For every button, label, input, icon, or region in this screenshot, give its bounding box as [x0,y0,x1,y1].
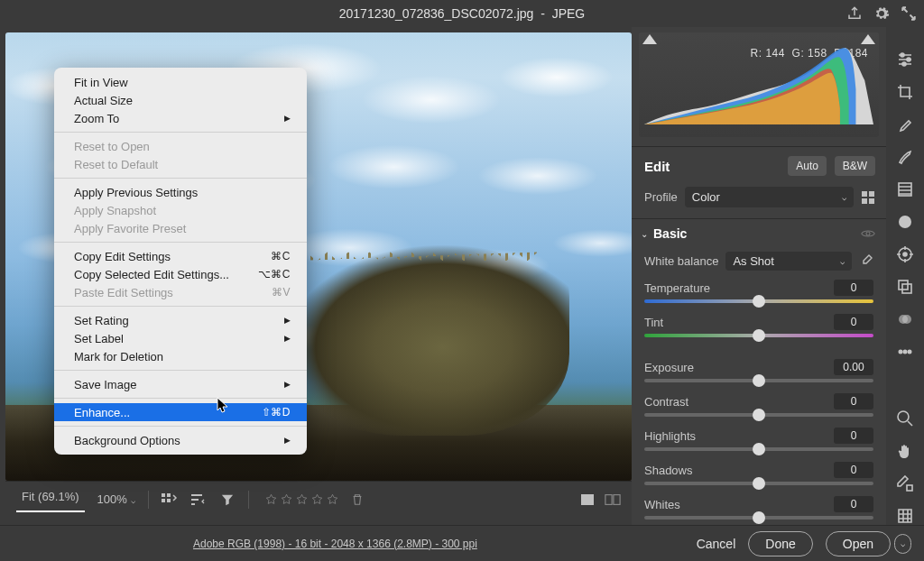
shadow-clip-icon[interactable] [642,34,657,44]
svg-rect-9 [862,198,867,204]
footer: Adobe RGB (1998) - 16 bit - 2048 x 1366 … [0,525,924,561]
auto-button[interactable]: Auto [788,156,827,176]
cm-set-rating[interactable]: Set Rating [54,311,307,329]
svg-point-13 [907,58,910,61]
fullscreen-icon[interactable] [901,5,917,22]
cm-apply-previous[interactable]: Apply Previous Settings [54,183,307,201]
layers-icon[interactable] [896,278,914,296]
cm-enhance[interactable]: Enhance...⇧⌘D [54,403,307,421]
eyedropper-icon[interactable] [859,254,873,269]
visibility-icon[interactable] [861,228,875,239]
cm-reset-open: Reset to Open [54,137,307,155]
edit-title: Edit [644,159,670,174]
cm-paste-edit: Paste Edit Settings⌘V [54,283,307,301]
profile-label: Profile [644,190,678,204]
svg-point-24 [903,350,906,353]
whites-slider[interactable]: Whites0 [644,496,873,520]
brush-icon[interactable] [896,148,914,166]
cm-zoom-to[interactable]: Zoom To [54,109,307,127]
svg-rect-27 [907,485,912,491]
svg-rect-7 [862,191,867,197]
radial-icon[interactable] [896,213,914,231]
histogram[interactable]: R: 144 G: 158 B: 184 [639,32,879,137]
compare-view-icon[interactable] [605,493,621,506]
zoom-value[interactable]: 100%⌵ [97,492,135,506]
title-bar: 20171230_072836_DSC02072.jpg - JPEG [0,0,924,27]
cm-background-options[interactable]: Background Options [54,431,307,449]
target-icon[interactable] [896,245,914,263]
gear-icon[interactable] [873,5,890,22]
edit-panel: R: 144 G: 158 B: 184 Edit Auto B&W Profi… [632,27,886,525]
context-menu: Fit in View Actual Size Zoom To Reset to… [54,68,307,455]
open-menu-icon[interactable]: ⌵ [894,534,911,554]
basic-section-title[interactable]: Basic [653,226,855,241]
filter-icon[interactable] [219,493,236,506]
svg-point-14 [902,62,906,66]
highlights-slider[interactable]: Highlights0 [644,428,873,451]
white-balance-label: White balance [644,254,718,268]
svg-point-18 [903,253,907,256]
cm-copy-edit[interactable]: Copy Edit Settings⌘C [54,247,307,265]
svg-point-23 [899,350,901,353]
bw-button[interactable]: B&W [835,156,875,176]
more-icon[interactable] [896,343,914,361]
cm-copy-selected-edit[interactable]: Copy Selected Edit Settings...⌥⌘C [54,265,307,283]
svg-point-11 [866,232,870,235]
cm-mark-deletion[interactable]: Mark for Deletion [54,347,307,365]
profile-browser-icon[interactable] [861,190,875,205]
done-button[interactable]: Done [748,531,812,556]
gradient-icon[interactable] [896,180,914,198]
cancel-button[interactable]: Cancel [697,537,736,551]
svg-rect-5 [605,494,612,504]
svg-rect-10 [869,198,874,204]
cm-fit-in-view[interactable]: Fit in View [54,73,307,91]
open-button[interactable]: Open [826,531,891,556]
crop-icon[interactable] [896,83,914,101]
heal-icon[interactable] [896,115,914,133]
sliders-icon[interactable] [896,51,914,69]
window-title: 20171230_072836_DSC02072.jpg - JPEG [339,6,585,21]
profile-select[interactable]: Color⌵ [685,187,854,207]
contrast-slider[interactable]: Contrast0 [644,393,873,417]
svg-rect-20 [902,284,911,293]
shadows-slider[interactable]: Shadows0 [644,462,873,485]
fit-button[interactable]: Fit (69.1%) [16,486,85,512]
tool-rail [886,27,924,525]
exposure-slider[interactable]: Exposure0.00 [644,359,873,382]
svg-rect-6 [614,494,620,504]
sort-icon[interactable] [190,493,207,506]
svg-point-25 [908,350,910,353]
cm-set-label[interactable]: Set Label [54,329,307,347]
svg-rect-1 [167,493,171,497]
hand-icon[interactable] [896,442,914,460]
svg-rect-8 [869,191,874,197]
cm-apply-snapshot: Apply Snapshot [54,201,307,219]
trash-icon[interactable] [351,493,364,506]
export-icon[interactable] [846,5,863,22]
file-info[interactable]: Adobe RGB (1998) - 16 bit - 2048 x 1366 … [193,538,477,550]
svg-rect-19 [899,280,908,290]
svg-point-12 [901,53,904,57]
bottom-toolbar: Fit (69.1%) 100%⌵ [5,481,632,517]
zoom-icon[interactable] [896,409,914,428]
cm-apply-favorite: Apply Favorite Preset [54,219,307,237]
svg-point-26 [898,411,909,422]
color-mix-icon[interactable] [896,310,914,328]
cm-actual-size[interactable]: Actual Size [54,91,307,109]
cm-save-image[interactable]: Save Image [54,375,307,393]
svg-rect-0 [162,493,165,497]
tint-slider[interactable]: Tint0 [644,314,873,337]
grid-icon[interactable] [896,507,914,525]
single-view-icon[interactable] [579,493,596,506]
svg-point-22 [902,315,911,324]
svg-rect-3 [167,499,171,502]
svg-rect-2 [162,499,165,502]
star-rating[interactable] [265,493,338,505]
grid-view-icon[interactable] [162,493,178,506]
white-balance-select[interactable]: As Shot⌵ [725,252,852,271]
cm-reset-default: Reset to Default [54,155,307,173]
color-sample-icon[interactable] [896,474,914,492]
temperature-slider[interactable]: Temperature0 [644,280,873,303]
chevron-down-icon[interactable]: ⌄ [641,229,648,239]
highlight-clip-icon[interactable] [861,34,875,44]
